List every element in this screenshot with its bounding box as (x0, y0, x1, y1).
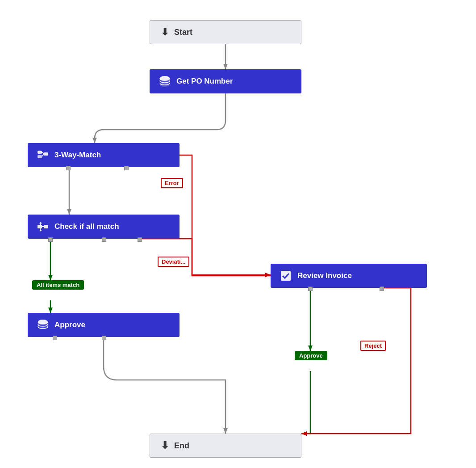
three-way-match-node[interactable]: 3-Way-Match (28, 143, 180, 167)
workflow-canvas: ⬇ Start Get PO Number 3-Way-Ma (0, 0, 476, 468)
start-icon: ⬇ (161, 26, 169, 38)
svg-rect-30 (281, 271, 291, 281)
start-label: Start (174, 28, 192, 37)
approve-db-icon (37, 319, 49, 331)
get-po-label: Get PO Number (176, 77, 233, 86)
connector-dot (102, 237, 106, 242)
review-invoice-label: Review Invoice (297, 271, 352, 280)
get-po-node[interactable]: Get PO Number (150, 69, 301, 93)
connector-dot (308, 287, 313, 291)
svg-rect-23 (44, 225, 48, 228)
connector-dot (138, 237, 142, 242)
error-label: Error (161, 178, 183, 188)
connector-dot (53, 336, 57, 340)
svg-marker-5 (265, 273, 271, 277)
approve-right-label: Approve (295, 351, 327, 360)
connector-dot (380, 287, 384, 291)
deviation-label: Deviati... (158, 257, 189, 267)
start-node[interactable]: ⬇ Start (150, 20, 301, 44)
svg-marker-13 (301, 431, 307, 436)
checkbox-icon (280, 270, 292, 282)
end-icon: ⬇ (161, 440, 169, 451)
svg-marker-1 (223, 64, 228, 69)
check-all-match-node[interactable]: Check if all match (28, 215, 180, 239)
svg-rect-19 (44, 152, 48, 156)
all-items-match-label: All items match (32, 280, 84, 290)
svg-marker-28 (39, 230, 42, 232)
end-node[interactable]: ⬇ End (150, 434, 301, 458)
svg-marker-10 (223, 428, 228, 434)
svg-rect-17 (38, 151, 42, 154)
connector-dot (102, 336, 106, 340)
database-icon (159, 75, 171, 88)
svg-rect-22 (38, 225, 42, 228)
three-way-label: 3-Way-Match (54, 151, 101, 160)
svg-point-16 (160, 83, 170, 87)
svg-marker-12 (308, 346, 313, 351)
svg-line-20 (42, 152, 44, 154)
db-split-icon (37, 149, 49, 161)
svg-marker-14 (301, 431, 307, 436)
approve-left-node[interactable]: Approve (28, 313, 180, 337)
gateway-icon (37, 220, 49, 233)
approve-left-label: Approve (54, 320, 85, 329)
connector-dot (66, 166, 71, 170)
connector-dot (48, 237, 53, 242)
svg-marker-4 (67, 209, 71, 215)
connector-dot (124, 166, 129, 170)
svg-rect-18 (38, 155, 42, 158)
svg-marker-27 (39, 222, 42, 223)
check-all-label: Check if all match (54, 222, 119, 231)
reject-label: Reject (360, 341, 386, 351)
svg-line-21 (42, 154, 44, 156)
svg-marker-7 (48, 275, 53, 280)
review-invoice-node[interactable]: Review Invoice (271, 264, 427, 288)
svg-marker-9 (48, 308, 53, 313)
svg-marker-2 (92, 138, 97, 143)
end-label: End (174, 441, 189, 451)
